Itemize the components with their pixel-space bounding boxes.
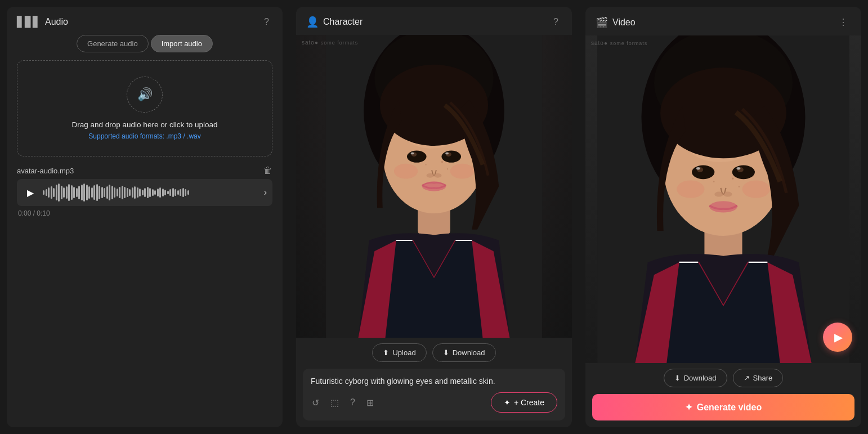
audio-icon: ▋▊▋	[17, 16, 41, 28]
audio-waveform[interactable]	[43, 184, 259, 202]
svg-point-32	[696, 167, 700, 169]
svg-point-19	[447, 168, 448, 169]
video-image-container: sato● some formats ▶	[585, 35, 861, 363]
character-panel-icon: 👤	[306, 16, 319, 28]
character-actions: ↺ ⬚ ? ⊞ ✦ + Create	[311, 392, 557, 413]
character-buttons: ⬆ Upload ⬇ Download	[296, 338, 572, 369]
import-audio-tab[interactable]: Import audio	[151, 35, 213, 52]
audio-panel-title: ▋▊▋ Audio	[17, 16, 68, 28]
svg-point-12	[445, 152, 449, 154]
create-label: + Create	[514, 398, 544, 407]
next-button[interactable]: ›	[264, 187, 267, 198]
video-play-overlay[interactable]: ▶	[823, 323, 852, 352]
svg-point-13	[427, 173, 434, 178]
audio-help-button[interactable]: ?	[261, 16, 272, 28]
speaker-plus-icon: 🔊	[137, 87, 153, 102]
video-panel-icon: 🎬	[596, 16, 608, 29]
video-buttons: ⬇ Download ↗ Share	[585, 363, 861, 394]
video-portrait: sato● some formats ▶	[585, 35, 861, 363]
svg-point-41	[713, 181, 715, 182]
download-label: Download	[453, 348, 485, 357]
share-icon: ↗	[744, 374, 750, 382]
video-panel: 🎬 Video ⋮	[585, 7, 861, 427]
audio-file-section: avatar-audio.mp3 🗑 ▶ › 0:00 / 0:10	[17, 165, 272, 217]
svg-point-33	[737, 167, 741, 169]
character-panel: 👤 Character ?	[296, 7, 572, 427]
character-watermark: sato● some formats	[302, 39, 358, 46]
svg-point-38	[742, 180, 770, 198]
video-panel-header: 🎬 Video ⋮	[585, 7, 861, 35]
upload-main-text: Drag and drop audio here or click to upl…	[72, 120, 218, 129]
character-prompt-text: Futuristic cyborg with glowing eyes and …	[311, 377, 557, 386]
character-portrait: sato● some formats	[296, 35, 572, 338]
video-download-button[interactable]: ⬇ Download	[664, 369, 727, 387]
character-prompt-section: Futuristic cyborg with glowing eyes and …	[303, 369, 565, 420]
svg-point-16	[394, 164, 418, 179]
character-title-text: Character	[323, 17, 363, 27]
video-download-label: Download	[684, 374, 717, 382]
refresh-button[interactable]: ↺	[311, 396, 320, 409]
audio-title-text: Audio	[45, 17, 68, 27]
svg-point-40	[739, 186, 740, 187]
character-download-button[interactable]: ⬇ Download	[432, 343, 496, 362]
settings-button[interactable]: ⊞	[365, 396, 375, 409]
download-icon: ⬇	[443, 348, 449, 357]
upload-icon: ⬆	[383, 348, 389, 357]
character-upload-button[interactable]: ⬆ Upload	[372, 343, 426, 362]
play-button[interactable]: ▶	[23, 185, 38, 200]
generate-audio-tab[interactable]: Generate audio	[77, 35, 149, 52]
svg-point-15	[422, 181, 446, 191]
svg-point-39	[732, 177, 733, 179]
create-button[interactable]: ✦ + Create	[491, 392, 557, 413]
audio-tabs: Generate audio Import audio	[7, 35, 283, 60]
generate-label: Generate video	[697, 402, 762, 413]
generate-icon: ✦	[685, 402, 692, 413]
svg-point-11	[411, 152, 414, 154]
svg-point-8	[441, 151, 461, 163]
generate-video-button[interactable]: ✦ Generate video	[592, 394, 854, 420]
video-share-label: Share	[753, 374, 773, 382]
svg-point-18	[441, 161, 443, 163]
play-overlay-icon: ▶	[834, 330, 843, 344]
character-image-container: sato● some formats	[296, 35, 572, 338]
audio-upload-zone[interactable]: 🔊 Drag and drop audio here or click to u…	[17, 60, 272, 156]
svg-point-17	[450, 164, 474, 179]
video-share-button[interactable]: ↗ Share	[733, 369, 784, 387]
svg-point-28	[692, 165, 714, 180]
character-panel-title: 👤 Character	[306, 16, 363, 28]
video-more-button[interactable]: ⋮	[835, 16, 851, 29]
info-button[interactable]: ?	[349, 396, 356, 409]
audio-panel: ▋▊▋ Audio ? Generate audio Import audio …	[7, 7, 283, 427]
character-panel-header: 👤 Character ?	[296, 7, 572, 35]
delete-audio-button[interactable]: 🗑	[263, 165, 272, 176]
svg-point-14	[434, 173, 441, 178]
upload-sub-text: Supported audio formats: .mp3 / .wav	[88, 132, 200, 140]
character-help-button[interactable]: ?	[550, 16, 562, 28]
character-svg	[296, 35, 572, 338]
layers-button[interactable]: ⬚	[329, 396, 340, 409]
create-icon: ✦	[504, 398, 511, 407]
audio-filename: avatar-audio.mp3	[17, 167, 74, 175]
video-title-text: Video	[612, 17, 636, 28]
video-watermark: sato● some formats	[591, 40, 647, 46]
upload-circle-icon: 🔊	[127, 77, 163, 113]
audio-player: ▶ ›	[17, 179, 272, 206]
audio-panel-header: ▋▊▋ Audio ?	[7, 7, 283, 35]
audio-time-display: 0:00 / 0:10	[17, 209, 272, 217]
svg-point-20	[425, 164, 426, 165]
audio-file-header: avatar-audio.mp3 🗑	[17, 165, 272, 176]
svg-point-7	[407, 151, 427, 163]
svg-point-34	[714, 192, 723, 197]
upload-label: Upload	[392, 348, 415, 357]
character-action-icons: ↺ ⬚ ? ⊞	[311, 396, 375, 409]
svg-point-36	[709, 201, 737, 212]
video-svg	[585, 35, 861, 363]
svg-point-35	[723, 192, 732, 197]
video-panel-title: 🎬 Video	[596, 16, 636, 29]
svg-point-37	[677, 180, 704, 198]
svg-point-29	[732, 165, 755, 180]
video-download-icon: ⬇	[674, 374, 681, 382]
